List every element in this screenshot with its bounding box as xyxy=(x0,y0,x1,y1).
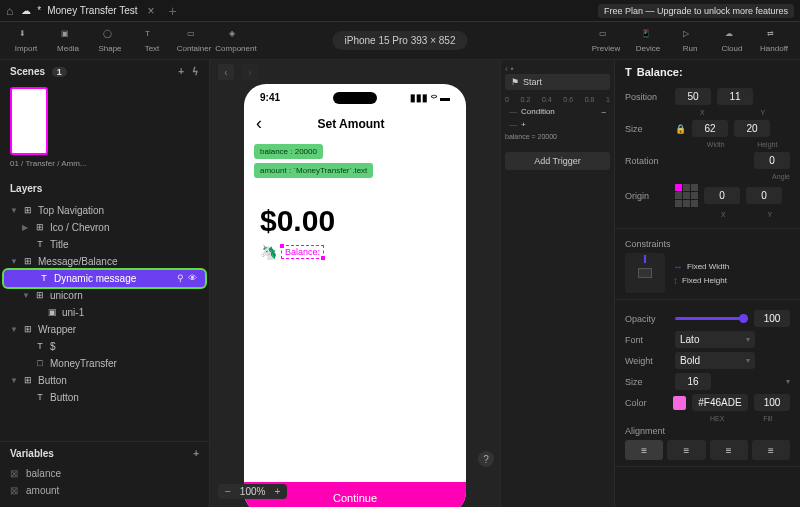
layer-row[interactable]: T$ xyxy=(0,338,209,355)
tab-title: Money Transfer Test xyxy=(47,5,137,16)
balance-text-selected[interactable]: Balance: xyxy=(281,245,324,259)
origin-x-input[interactable] xyxy=(704,187,740,204)
component-icon: ◈ xyxy=(229,29,243,43)
layer-row[interactable]: ▼⊞Button xyxy=(0,372,209,389)
shape-tool[interactable]: ◯Shape xyxy=(90,24,130,58)
wifi-icon: ⌔ xyxy=(431,92,437,103)
layer-row[interactable]: ▼⊞Message/Balance xyxy=(0,253,209,270)
bolt-icon[interactable]: ϟ xyxy=(192,66,199,77)
flag-icon: ⚑ xyxy=(511,77,519,87)
component-tool[interactable]: ◈Component xyxy=(216,24,256,58)
home-icon[interactable]: ⌂ xyxy=(6,4,13,18)
signal-icon: ▮▮▮ xyxy=(410,92,428,103)
scene-label: 01 / Transfer / Amm... xyxy=(0,159,209,177)
shape-icon: ◯ xyxy=(103,29,117,43)
import-icon: ⬇ xyxy=(19,29,33,43)
media-tool[interactable]: ▣Media xyxy=(48,24,88,58)
zoom-control[interactable]: − 100% + xyxy=(218,484,287,499)
layer-row[interactable]: □MoneyTransfer xyxy=(0,355,209,372)
add-variable-button[interactable]: + xyxy=(193,448,199,459)
notch xyxy=(333,92,377,104)
add-tab-button[interactable]: + xyxy=(169,3,177,19)
constraints-widget[interactable] xyxy=(625,253,665,293)
layer-row[interactable]: TButton xyxy=(0,389,209,406)
width-input[interactable] xyxy=(692,120,728,137)
color-hex-input[interactable] xyxy=(692,394,748,411)
align-right-button[interactable]: ≡ xyxy=(710,440,748,460)
text-icon: T xyxy=(145,29,159,43)
add-scene-button[interactable]: + xyxy=(178,66,184,77)
toolbar: ⬇Import ▣Media ◯Shape TText ▭Container ◈… xyxy=(0,22,800,60)
color-fill-input[interactable] xyxy=(754,394,790,411)
align-justify-button[interactable]: ≡ xyxy=(752,440,790,460)
layer-row[interactable]: ▼⊞unicorn xyxy=(0,287,209,304)
screen-title: Set Amount xyxy=(248,117,454,131)
weight-select[interactable]: Bold▾ xyxy=(675,352,755,369)
container-icon: ▭ xyxy=(187,29,201,43)
fixed-width-icon[interactable]: ↔ xyxy=(673,261,683,272)
layer-row[interactable]: TTitle xyxy=(0,236,209,253)
interactions-panel: ‹ • ⚑Start 00.20.40.60.81 —Condition– —+… xyxy=(500,60,614,507)
scene-thumbnail[interactable] xyxy=(10,87,48,155)
import-tool[interactable]: ⬇Import xyxy=(6,24,46,58)
color-swatch[interactable] xyxy=(673,396,686,410)
unicorn-icon: 🦄 xyxy=(260,244,277,260)
lock-icon[interactable]: 🔒 xyxy=(675,124,686,134)
upgrade-banner[interactable]: Free Plan — Upgrade to unlock more featu… xyxy=(598,4,794,18)
layer-row[interactable]: ▼⊞Top Navigation xyxy=(0,202,209,219)
run-tool[interactable]: ▷Run xyxy=(670,24,710,58)
origin-grid[interactable] xyxy=(675,184,698,207)
layer-row[interactable]: ▼⊞Wrapper xyxy=(0,321,209,338)
panel-collapse-button[interactable]: ‹ • xyxy=(505,64,514,74)
size-label: Size xyxy=(625,124,669,134)
font-label: Font xyxy=(625,335,669,345)
fixed-height-icon[interactable]: ↕ xyxy=(673,275,678,286)
container-tool[interactable]: ▭Container xyxy=(174,24,214,58)
expression-text: balance = 20000 xyxy=(505,131,610,146)
weight-label: Weight xyxy=(625,356,669,366)
zoom-in-button[interactable]: + xyxy=(271,486,283,497)
zoom-out-button[interactable]: − xyxy=(222,486,234,497)
add-trigger-button[interactable]: Add Trigger xyxy=(505,152,610,170)
document-tab[interactable]: ☁ * Money Transfer Test × xyxy=(13,0,162,21)
canvas[interactable]: ‹ › 9:41 ▮▮▮⌔▬ ‹ Set Amount balance : 20… xyxy=(210,60,500,507)
position-x-input[interactable] xyxy=(675,88,711,105)
binding-badge-balance: balance : 20000 xyxy=(254,144,323,159)
layers-title: Layers xyxy=(10,183,42,194)
device-selector[interactable]: iPhone 15 Pro 393 × 852 xyxy=(333,31,468,50)
preview-tool[interactable]: ▭Preview xyxy=(586,24,626,58)
rotation-input[interactable] xyxy=(754,152,790,169)
cloud-tool[interactable]: ☁Cloud xyxy=(712,24,752,58)
layer-row[interactable]: ▶⊞Ico / Chevron xyxy=(0,219,209,236)
close-icon[interactable]: × xyxy=(148,4,155,18)
inspector-panel: TBalance: Position XY Size 🔒 WidthHeight… xyxy=(614,60,800,507)
handoff-tool[interactable]: ⇄Handoff xyxy=(754,24,794,58)
text-type-icon: T xyxy=(625,66,632,78)
opacity-slider[interactable] xyxy=(675,317,748,320)
start-node[interactable]: ⚑Start xyxy=(505,74,610,90)
canvas-back-button[interactable]: ‹ xyxy=(218,64,234,80)
canvas-forward-button[interactable]: › xyxy=(242,64,258,80)
status-time: 9:41 xyxy=(260,92,280,103)
help-button[interactable]: ? xyxy=(478,451,494,467)
variable-row[interactable]: ⊠balance xyxy=(0,465,209,482)
dirty-indicator: * xyxy=(37,5,41,16)
condition-row[interactable]: —Condition– xyxy=(505,105,610,118)
height-input[interactable] xyxy=(734,120,770,137)
layer-row[interactable]: ▣uni-1 xyxy=(0,304,209,321)
origin-y-input[interactable] xyxy=(746,187,782,204)
layer-row[interactable]: TDynamic message⚲👁 xyxy=(4,270,205,287)
fontsize-label: Size xyxy=(625,377,669,387)
fontsize-input[interactable] xyxy=(675,373,711,390)
variable-row[interactable]: ⊠amount xyxy=(0,482,209,499)
font-select[interactable]: Lato▾ xyxy=(675,331,755,348)
opacity-input[interactable] xyxy=(754,310,790,327)
media-icon: ▣ xyxy=(61,29,75,43)
align-left-button[interactable]: ≡ xyxy=(625,440,663,460)
align-center-button[interactable]: ≡ xyxy=(667,440,705,460)
text-tool[interactable]: TText xyxy=(132,24,172,58)
layers-list: ▼⊞Top Navigation▶⊞Ico / ChevronTTitle▼⊞M… xyxy=(0,200,209,441)
device-tool[interactable]: 📱Device xyxy=(628,24,668,58)
run-icon: ▷ xyxy=(683,29,697,43)
position-y-input[interactable] xyxy=(717,88,753,105)
